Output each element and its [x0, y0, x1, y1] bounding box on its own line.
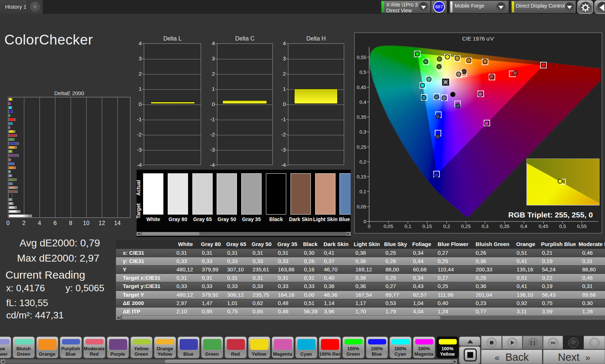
svg-text:0: 0 — [363, 219, 366, 224]
svg-text:0,05: 0,05 — [384, 224, 393, 229]
svg-text:0,45: 0,45 — [539, 224, 548, 229]
svg-text:0,35: 0,35 — [500, 224, 509, 229]
svg-text:0,15: 0,15 — [357, 174, 366, 179]
svg-text:0,1: 0,1 — [405, 224, 412, 229]
svg-text:0,3: 0,3 — [482, 224, 489, 229]
svg-text:0: 0 — [368, 224, 371, 229]
svg-text:0,45: 0,45 — [357, 85, 366, 90]
svg-text:0,2: 0,2 — [443, 224, 450, 229]
svg-text:0,1: 0,1 — [359, 189, 366, 194]
svg-text:0,25: 0,25 — [461, 224, 471, 229]
svg-text:0,5: 0,5 — [359, 69, 366, 75]
svg-text:0,4: 0,4 — [359, 100, 366, 105]
svg-text:0,2: 0,2 — [359, 159, 366, 165]
svg-text:0,4: 0,4 — [521, 224, 527, 229]
svg-text:RGB Triplet: 255, 255, 0: RGB Triplet: 255, 255, 0 — [508, 211, 593, 219]
svg-text:0,5: 0,5 — [559, 224, 566, 229]
svg-text:0,15: 0,15 — [422, 224, 432, 229]
svg-text:0,25: 0,25 — [357, 144, 366, 150]
svg-text:0,55: 0,55 — [577, 224, 587, 229]
svg-text:0,55: 0,55 — [357, 55, 366, 60]
svg-text:CIE 1976 u'v': CIE 1976 u'v' — [462, 35, 494, 42]
svg-text:0,05: 0,05 — [357, 204, 366, 209]
svg-text:0,35: 0,35 — [357, 114, 366, 120]
svg-text:0,3: 0,3 — [359, 129, 366, 135]
